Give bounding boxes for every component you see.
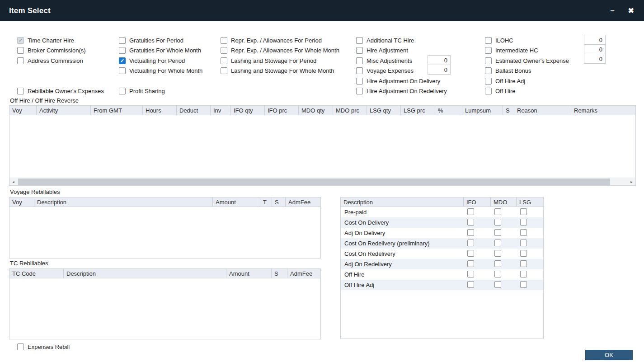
cost-on-redelivery-preliminary-mdo-checkbox[interactable] [494, 240, 501, 246]
offhire-col-voy[interactable]: Voy [9, 106, 37, 115]
cost-on-delivery-mdo-checkbox[interactable] [494, 219, 501, 226]
cost-on-redelivery-preliminary-label: Cost On Redelivery (preliminary) [341, 240, 464, 247]
address-commission-checkbox[interactable] [17, 57, 24, 64]
voyage-col-amount[interactable]: Amount [213, 197, 260, 207]
adj-on-delivery-ifo-checkbox[interactable] [467, 229, 474, 236]
off-hire-mdo-checkbox[interactable] [494, 271, 501, 277]
victualling-for-whole-month-checkbox[interactable] [119, 67, 126, 74]
offhire-col-mdo-qty[interactable]: MDO qty [299, 106, 333, 115]
cost-on-redelivery-mdo-checkbox[interactable] [494, 250, 501, 257]
misc-adjustments-input[interactable] [428, 55, 451, 65]
prepaid-ifo-checkbox[interactable] [467, 208, 474, 215]
adj-on-redelivery-lsg-checkbox[interactable] [520, 260, 527, 267]
ilohc-input[interactable] [584, 35, 606, 45]
misc-adjustments-checkbox[interactable] [356, 57, 363, 64]
ilohc-checkbox[interactable] [485, 37, 492, 44]
expenses-rebill-checkbox[interactable] [17, 343, 24, 350]
tc-col-s[interactable]: S [272, 269, 287, 278]
matrix-col-description[interactable]: Description [341, 197, 464, 207]
tc-col-tc-code[interactable]: TC Code [9, 269, 64, 278]
matrix-col-mdo[interactable]: MDO [491, 197, 517, 207]
repr-exp-allowances-for-period-checkbox[interactable] [221, 37, 227, 44]
offhire-col-lsg-prc[interactable]: LSG prc [401, 106, 435, 115]
offhire-col-from-gmt[interactable]: From GMT [91, 106, 143, 115]
ok-button[interactable]: OK [585, 350, 633, 360]
close-icon[interactable]: ✖ [628, 7, 634, 14]
offhire-col-remarks[interactable]: Remarks [571, 106, 635, 115]
adj-on-redelivery-ifo-checkbox[interactable] [467, 260, 474, 267]
offhire-col-percent[interactable]: % [435, 106, 462, 115]
off-hire-lsg-checkbox[interactable] [520, 271, 527, 277]
matrix-col-ifo[interactable]: IFO [464, 197, 491, 207]
estimated-owners-expense-checkbox[interactable] [485, 57, 492, 64]
estimated-owners-expense-input[interactable] [584, 54, 606, 64]
tc-col-description[interactable]: Description [64, 269, 226, 278]
rebill-row-off-hire-adj: Off Hire Adj [341, 280, 543, 290]
time-charter-hire-checkbox[interactable] [17, 37, 24, 44]
cost-on-delivery-lsg-checkbox[interactable] [520, 219, 527, 226]
offhire-col-reason[interactable]: Reason [514, 106, 571, 115]
lashing-stowage-for-whole-month-checkbox[interactable] [221, 67, 227, 74]
victualling-for-period-checkbox[interactable] [119, 57, 126, 64]
rebill-matrix-header: Description IFO MDO LSG [341, 197, 543, 207]
scroll-right-icon[interactable]: ► [628, 178, 635, 185]
ballast-bonus-checkbox[interactable] [485, 67, 492, 74]
adj-on-delivery-lsg-checkbox[interactable] [520, 229, 527, 236]
off-hire-adj-checkbox[interactable] [485, 78, 492, 85]
offhire-col-mdo-prc[interactable]: MDO prc [333, 106, 367, 115]
voyage-col-admfee[interactable]: AdmFee [286, 197, 320, 207]
additional-tc-hire-checkbox[interactable] [356, 37, 363, 44]
repr-exp-allowances-for-whole-month-checkbox[interactable] [221, 47, 227, 54]
cost-on-redelivery-preliminary-lsg-checkbox[interactable] [520, 240, 527, 246]
off-hire-checkbox[interactable] [485, 88, 492, 94]
gratuities-for-whole-month-checkbox[interactable] [119, 47, 126, 54]
prepaid-lsg-checkbox[interactable] [520, 208, 527, 215]
offhire-col-inv[interactable]: Inv [211, 106, 231, 115]
scroll-left-icon[interactable]: ◄ [9, 178, 17, 185]
voyage-expenses-checkbox[interactable] [356, 67, 363, 74]
offhire-col-ifo-qty[interactable]: IFO qty [231, 106, 265, 115]
voyage-col-voy[interactable]: Voy [9, 197, 34, 207]
offhire-horizontal-scrollbar[interactable]: ◄ ► [9, 178, 635, 185]
off-hire-adj-lsg-checkbox[interactable] [520, 281, 527, 288]
off-hire-adj-mdo-checkbox[interactable] [494, 281, 501, 288]
lashing-stowage-for-period-checkbox[interactable] [221, 57, 227, 64]
cost-on-delivery-ifo-checkbox[interactable] [467, 219, 474, 226]
broker-commissions-checkbox[interactable] [17, 47, 24, 54]
cost-on-redelivery-preliminary-ifo-checkbox[interactable] [467, 240, 474, 246]
adj-on-delivery-mdo-checkbox[interactable] [494, 229, 501, 236]
offhire-col-deduct[interactable]: Deduct [177, 106, 211, 115]
offhire-col-lumpsum[interactable]: Lumpsum [462, 106, 503, 115]
cost-on-redelivery-lsg-checkbox[interactable] [520, 250, 527, 257]
offhire-col-ifo-prc[interactable]: IFO prc [265, 106, 299, 115]
profit-sharing-checkbox[interactable] [119, 88, 126, 94]
hire-adjustment-checkbox[interactable] [356, 47, 363, 54]
voyage-col-t[interactable]: T [260, 197, 272, 207]
ilohc-row: ILOHC [485, 35, 569, 46]
hire-adjustment-on-redelivery-checkbox[interactable] [356, 88, 363, 94]
voyage-col-s[interactable]: S [272, 197, 286, 207]
voyage-col-description[interactable]: Description [34, 197, 213, 207]
matrix-col-lsg[interactable]: LSG [517, 197, 543, 207]
offhire-col-hours[interactable]: Hours [143, 106, 177, 115]
offhire-col-lsg-qty[interactable]: LSG qty [367, 106, 401, 115]
tc-col-admfee[interactable]: AdmFee [287, 269, 320, 278]
cost-on-redelivery-ifo-checkbox[interactable] [467, 250, 474, 257]
off-hire-adj-ifo-checkbox[interactable] [467, 281, 474, 288]
offhire-col-s[interactable]: S [503, 106, 514, 115]
tc-col-amount[interactable]: Amount [226, 269, 272, 278]
adj-on-redelivery-mdo-checkbox[interactable] [494, 260, 501, 267]
hire-adjustment-on-delivery-checkbox[interactable] [356, 78, 363, 85]
gratuities-for-period-checkbox[interactable] [119, 37, 126, 44]
off-hire-ifo-checkbox[interactable] [467, 271, 474, 277]
ballast-bonus-label: Ballast Bonus [495, 67, 531, 74]
prepaid-mdo-checkbox[interactable] [494, 208, 501, 215]
rebillable-owners-expenses-checkbox[interactable] [17, 88, 24, 94]
scroll-thumb[interactable] [18, 179, 610, 185]
intermediate-hc-input[interactable] [584, 44, 606, 54]
voyage-expenses-input[interactable] [428, 65, 451, 75]
intermediate-hc-checkbox[interactable] [485, 47, 492, 54]
minimize-icon[interactable]: − [610, 7, 614, 14]
offhire-col-activity[interactable]: Activity [37, 106, 91, 115]
scroll-track[interactable] [17, 178, 628, 185]
